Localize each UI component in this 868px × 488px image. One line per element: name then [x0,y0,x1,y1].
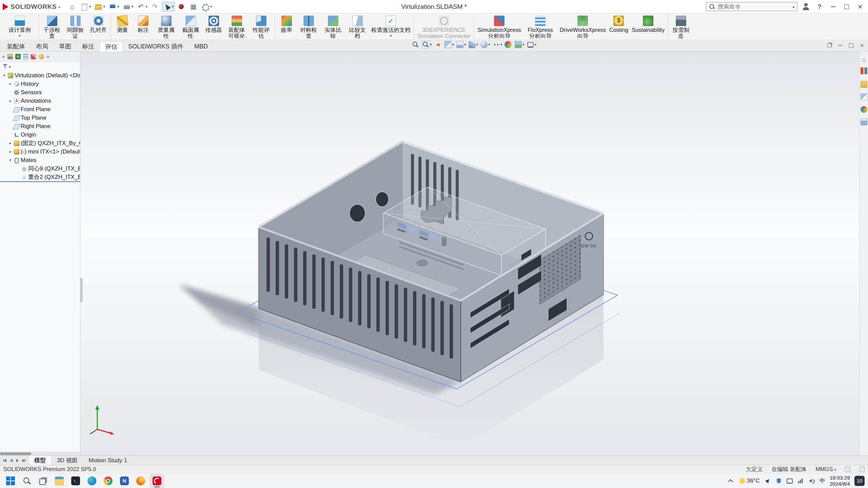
document-tab[interactable]: 3D 视图 [52,456,83,465]
tray-expand-icon[interactable] [728,477,735,485]
feature-tree-item[interactable]: ▾ Virtulization (Default) <Disp [0,71,80,80]
ribbon-button[interactable]: 检查激活的文档 ▾ [370,14,412,40]
command-tab[interactable]: 评估 [100,41,123,52]
command-tab[interactable]: SOLIDWORKS 插件 [123,41,189,51]
feature-manager-tab-icon[interactable] [23,54,28,59]
maximize-window-icon[interactable] [842,2,852,12]
expand-collapse-icon[interactable]: ▸ [8,141,13,145]
ribbon-button[interactable]: 传感器 [203,14,224,40]
task-pane-tab[interactable] [861,94,867,102]
headsup-button[interactable]: ▾ [493,41,502,48]
notification-badge[interactable]: 10 [854,476,865,486]
feature-manager-tab-icon[interactable] [31,54,36,59]
task-pane-tab[interactable] [861,119,867,127]
headsup-button[interactable]: ▾ [445,41,454,48]
panel-splitter-handle[interactable] [80,278,83,302]
ribbon-button[interactable]: 装配体可视化 [224,14,249,40]
expand-collapse-icon[interactable]: ▾ [8,158,13,162]
quick-toolbar-button[interactable]: ▾ [135,2,149,12]
headsup-button[interactable] [412,41,420,48]
headsup-button[interactable]: ▾ [422,41,432,48]
quick-toolbar-button[interactable]: ▾ [107,2,121,12]
ribbon-button[interactable]: 实体比较 [321,14,345,40]
task-pane-tab[interactable] [861,80,867,89]
expand-collapse-icon[interactable]: ▾ [2,73,6,78]
document-tab[interactable]: 模型 [29,456,52,465]
ribbon-button[interactable]: 按需制造 [668,14,692,40]
headsup-button[interactable]: ▾ [469,41,478,48]
ribbon-button[interactable]: 标注 [132,14,154,40]
taskbar-app-button[interactable] [20,474,34,488]
ribbon-button[interactable]: Costing [608,14,630,40]
ribbon-button[interactable]: 设计算例 ▾ [2,14,37,40]
taskbar-app-button[interactable] [150,474,164,488]
quick-toolbar-button[interactable] [150,2,161,12]
ribbon-button[interactable]: Sustainability [630,14,666,40]
expand-collapse-icon[interactable]: ▸ [8,99,13,103]
command-tab[interactable]: MBD [189,41,213,51]
more-tabs-icon[interactable] [46,53,50,60]
ribbon-button[interactable]: 测量 [111,14,132,40]
task-pane-tab[interactable] [861,67,867,76]
feature-tree-item[interactable]: 同心9 (QXZH_ITX_By_C [0,164,80,173]
ribbon-button[interactable]: 性能评估 [249,14,273,40]
restore-doc-icon[interactable] [826,42,833,49]
tray-icon-button[interactable] [775,477,783,485]
taskbar-app-button[interactable] [3,474,18,488]
user-account-icon[interactable] [801,2,811,12]
ribbon-button[interactable]: SimulationXpress 分析向导 [474,14,522,40]
tray-icon-button[interactable] [797,477,804,485]
taskbar-app-button[interactable] [117,474,132,488]
feature-tree-item[interactable]: ▸ History [0,80,80,88]
headsup-button[interactable]: ▾ [480,41,490,48]
quick-toolbar-button[interactable]: ▾ [200,2,214,12]
feature-tree-item[interactable]: Top Plane [0,114,80,122]
ribbon-button[interactable]: 3DEXPERIENCE Simulation Connector [414,14,473,40]
task-pane-tab[interactable] [861,56,867,63]
first-tab-icon[interactable] [3,459,7,462]
previous-tab-icon[interactable] [9,459,13,462]
feature-tree-item[interactable]: ▸ Annotations [0,97,80,105]
quick-toolbar-button[interactable] [176,2,187,12]
command-tab[interactable]: 草图 [54,41,77,51]
taskbar-app-button[interactable] [134,474,148,488]
ribbon-button[interactable]: FloXpress 分析向导 [523,14,558,40]
menu-expand-icon[interactable]: ▸ [59,4,61,9]
headsup-button[interactable] [505,41,512,48]
tray-icon-button[interactable] [786,477,793,485]
close-window-icon[interactable] [855,2,865,12]
feature-tree-item[interactable]: Origin [0,130,80,139]
scrollbar-thumb[interactable] [0,452,31,455]
graphics-area[interactable]: GW DC [80,52,859,455]
feature-manager-tab-icon[interactable] [7,54,13,59]
status-tool-icon[interactable] [859,467,865,472]
collapse-panel-icon[interactable] [2,53,5,60]
quick-toolbar-button[interactable]: ▾ [121,2,135,12]
units-selector[interactable]: MMGS [815,466,836,472]
last-tab-icon[interactable] [22,459,25,462]
help-icon[interactable] [814,2,825,12]
minimize-window-icon[interactable] [828,2,838,12]
ribbon-button[interactable]: 对称检查 [296,14,321,40]
taskbar-app-button[interactable] [36,474,50,488]
ribbon-button[interactable]: 比较文档 [345,14,370,40]
feature-tree-item[interactable]: Right Plane [0,122,80,130]
ribbon-button[interactable]: 间隙验证 [63,14,87,40]
quick-toolbar-button[interactable] [67,2,78,12]
ime-indicator[interactable]: 中 [820,477,825,485]
expand-collapse-icon[interactable]: ▸ [8,82,13,86]
close-doc-icon[interactable] [859,42,865,49]
feature-manager-tab-icon[interactable] [39,54,44,59]
document-tab[interactable]: Motion Study 1 [83,456,133,465]
headsup-button[interactable] [434,41,442,48]
filter-dropdown-icon[interactable] [9,63,11,70]
tray-icon-button[interactable] [764,477,772,485]
ribbon-button[interactable]: 截面属性 [178,14,203,40]
feature-tree-item[interactable]: Front Plane [0,105,80,114]
taskbar-app-button[interactable] [52,474,66,488]
tree-horizontal-scrollbar[interactable] [0,452,80,455]
feature-manager-tab-icon[interactable] [15,54,21,59]
feature-tree-item[interactable]: Sensors [0,88,80,97]
filter-icon[interactable] [3,64,7,68]
quick-toolbar-button[interactable] [188,2,199,12]
